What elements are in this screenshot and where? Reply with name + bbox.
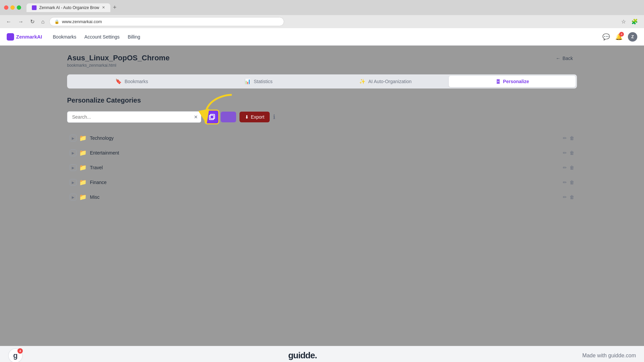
- fullscreen-traffic-light[interactable]: [17, 5, 21, 10]
- nav-billing[interactable]: Billing: [128, 33, 140, 41]
- category-name: Entertainment: [90, 150, 563, 156]
- footer: g 4 guidde. Made with guidde.com: [0, 346, 644, 362]
- category-actions: ✏ 🗑: [563, 150, 574, 156]
- address-bar[interactable]: 🔒 www.zenmarkai.com: [49, 17, 284, 26]
- ai-tab-label: AI Auto-Organization: [368, 79, 412, 84]
- category-delete-btn[interactable]: 🗑: [570, 150, 574, 156]
- svg-rect-2: [210, 114, 215, 119]
- category-item[interactable]: ▶ 📁 Entertainment ✏ 🗑: [67, 146, 577, 160]
- category-actions: ✏ 🗑: [563, 135, 574, 141]
- personalize-tab-label: Personalize: [503, 79, 529, 84]
- footer-brand-dot: .: [315, 350, 317, 360]
- category-delete-btn[interactable]: 🗑: [570, 180, 574, 185]
- back-button[interactable]: ← Back: [552, 54, 577, 63]
- category-actions: ✏ 🗑: [563, 194, 574, 200]
- user-avatar[interactable]: Z: [628, 32, 637, 42]
- tab-bookmarks[interactable]: 🔖 Bookmarks: [68, 76, 195, 87]
- main-content: Asus_Linux_PopOS_Chrome bookmarks_zenmar…: [0, 46, 644, 346]
- lock-icon: 🔒: [54, 19, 59, 24]
- folder-icon: 📁: [79, 164, 87, 171]
- category-delete-btn[interactable]: 🗑: [570, 165, 574, 170]
- copy-button[interactable]: [205, 110, 219, 124]
- nav-account-settings[interactable]: Account Settings: [85, 33, 120, 41]
- tab-personalize[interactable]: 🎛 Personalize: [449, 76, 576, 87]
- footer-brand-text: guidde: [288, 350, 315, 360]
- category-name: Misc: [90, 194, 563, 200]
- toolbar-actions: ☆ 🧩: [619, 17, 640, 26]
- tab-close-btn[interactable]: ✕: [102, 5, 105, 10]
- category-item[interactable]: ▶ 📁 Finance ✏ 🗑: [67, 175, 577, 189]
- category-expand-btn[interactable]: ▶: [70, 135, 76, 141]
- notification-badge: 4: [619, 32, 624, 37]
- export-button[interactable]: ⬇ Export: [239, 112, 270, 122]
- category-expand-btn[interactable]: ▶: [70, 164, 76, 171]
- category-item[interactable]: ▶ 📁 Technology ✏ 🗑: [67, 131, 577, 145]
- notifications-button[interactable]: 🔔 4: [615, 33, 623, 41]
- browser-tab[interactable]: Zenmark AI - Auto Organize Brow ✕: [26, 3, 110, 12]
- app-logo: ZenmarkAI: [7, 33, 42, 41]
- copy-icon: [208, 113, 216, 121]
- category-edit-btn[interactable]: ✏: [563, 150, 567, 156]
- category-expand-btn[interactable]: ▶: [70, 194, 76, 200]
- search-actions-bar: ✕ ⬇: [67, 110, 577, 124]
- folder-icon: 📁: [79, 179, 87, 186]
- footer-badge: 4: [17, 348, 23, 354]
- footer-guidde-icon: g 4: [8, 348, 23, 362]
- nav-bookmarks[interactable]: Bookmarks: [53, 33, 76, 41]
- page-title: Asus_Linux_PopOS_Chrome: [67, 54, 170, 62]
- extensions-button[interactable]: 🧩: [629, 17, 640, 26]
- bookmark-star-button[interactable]: ☆: [619, 17, 628, 26]
- forward-nav-button[interactable]: →: [16, 17, 25, 26]
- home-button[interactable]: ⌂: [39, 17, 47, 26]
- new-tab-button[interactable]: +: [110, 3, 119, 12]
- tab-favicon: [32, 5, 37, 10]
- footer-made-with: Made with guidde.com: [582, 353, 636, 359]
- category-expand-btn[interactable]: ▶: [70, 179, 76, 186]
- section-title: Personalize Categories: [67, 97, 577, 104]
- statistics-tab-label: Statistics: [254, 79, 272, 84]
- category-delete-btn[interactable]: 🗑: [570, 194, 574, 200]
- category-name: Finance: [90, 180, 563, 185]
- category-edit-btn[interactable]: ✏: [563, 180, 567, 185]
- purple-action-area: [221, 112, 236, 122]
- export-label: Export: [251, 114, 264, 120]
- svg-rect-1: [209, 115, 214, 120]
- category-edit-btn[interactable]: ✏: [563, 165, 567, 170]
- back-nav-button[interactable]: ←: [4, 17, 13, 26]
- category-edit-btn[interactable]: ✏: [563, 135, 567, 141]
- search-input[interactable]: [67, 111, 201, 123]
- category-item[interactable]: ▶ 📁 Misc ✏ 🗑: [67, 190, 577, 204]
- info-button[interactable]: ℹ: [273, 113, 275, 121]
- minimize-traffic-light[interactable]: [10, 5, 15, 10]
- category-expand-btn[interactable]: ▶: [70, 149, 76, 156]
- copy-button-wrapper: [205, 110, 219, 124]
- category-delete-btn[interactable]: 🗑: [570, 135, 574, 141]
- statistics-tab-icon: 📊: [245, 78, 251, 84]
- close-traffic-light[interactable]: [4, 5, 8, 10]
- page-header: Asus_Linux_PopOS_Chrome bookmarks_zenmar…: [67, 54, 577, 68]
- browser-chrome: Zenmark AI - Auto Organize Brow ✕ + ← → …: [0, 0, 644, 28]
- tab-statistics[interactable]: 📊 Statistics: [195, 76, 322, 87]
- category-actions: ✏ 🗑: [563, 165, 574, 170]
- logo-icon: [7, 33, 14, 41]
- footer-logo: g 4: [8, 348, 23, 362]
- category-edit-btn[interactable]: ✏: [563, 194, 567, 200]
- app-nav: ZenmarkAI Bookmarks Account Settings Bil…: [0, 28, 644, 46]
- chat-icon-button[interactable]: 💬: [602, 33, 610, 41]
- category-name: Technology: [90, 135, 563, 141]
- page-subtitle: bookmarks_zenmarkai.html: [67, 63, 170, 68]
- nav-right: 💬 🔔 4 Z: [602, 32, 637, 42]
- tab-bar: Zenmark AI - Auto Organize Brow ✕ +: [26, 3, 640, 12]
- footer-brand: guidde.: [288, 350, 317, 361]
- personalize-tab-icon: 🎛: [495, 79, 500, 84]
- search-clear-button[interactable]: ✕: [194, 114, 198, 120]
- search-wrapper: ✕: [67, 111, 201, 123]
- tab-ai-auto-organization[interactable]: ✨ AI Auto-Organization: [322, 76, 449, 87]
- reload-button[interactable]: ↻: [28, 17, 37, 26]
- category-item[interactable]: ▶ 📁 Travel ✏ 🗑: [67, 161, 577, 175]
- ai-tab-icon: ✨: [359, 78, 366, 84]
- back-arrow-icon: ←: [556, 56, 560, 61]
- bookmarks-tab-label: Bookmarks: [124, 79, 148, 84]
- bookmarks-tab-icon: 🔖: [115, 78, 122, 84]
- nav-links: Bookmarks Account Settings Billing: [53, 33, 140, 41]
